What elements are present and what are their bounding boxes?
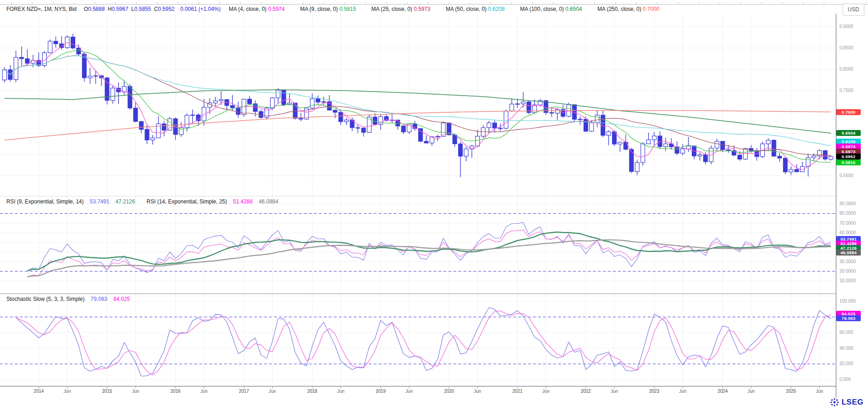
time-axis-label: Jun — [132, 389, 139, 394]
axis-tick-label: 60.000 — [839, 330, 854, 335]
axis-tick-label: 20.0000 — [839, 269, 856, 274]
time-axis-label: Jun — [63, 389, 71, 394]
ma-legend-item: MA (9, close, 0) 0.5815 — [300, 6, 356, 12]
time-axis-label: 2025 — [786, 389, 796, 394]
axis-tick-label: 100.000 — [839, 299, 856, 304]
time-axis-label: Jun — [747, 389, 755, 394]
ohlc-value: 0.5967 — [111, 6, 128, 12]
axis-tick-label: 20.000 — [839, 361, 854, 366]
time-axis-label: Jun — [200, 389, 207, 394]
axis-tick-label: 30.0000 — [839, 259, 856, 264]
lseg-logo-text: LSEG — [842, 398, 863, 407]
time-axis-label: Jun — [542, 389, 550, 394]
rsi-ma-value-1: 47.2126 — [116, 198, 135, 205]
stoch-title: Stochastic Slow (5, 3, 3, Simple) — [6, 296, 85, 302]
time-axis-label: 2020 — [444, 389, 454, 394]
ma-legend-item: MA (250, close, 0) 0.7000 — [598, 6, 660, 12]
axis-value-badge: 79.063 — [836, 315, 861, 321]
axis-value-badge: 46.0884 — [836, 250, 861, 256]
time-axis-label: 2017 — [239, 389, 249, 394]
lseg-crest-icon — [829, 397, 839, 407]
ohlc-value: 0.5855 — [135, 6, 151, 12]
time-axis-label: 2023 — [649, 389, 659, 394]
currency-selector[interactable]: USD — [843, 4, 864, 16]
ohlc-legend: O0.5888 H0.5967 L0.5855 C0.5952 0.0061 (… — [84, 6, 221, 12]
chart-application-window: FOREX NZD=, 1M, NYS, BidO0.5888 H0.5967 … — [0, 0, 868, 410]
time-axis-label: 2021 — [512, 389, 522, 394]
ohlc-value: 0.5888 — [88, 6, 105, 12]
ohlc-key: L — [131, 6, 135, 12]
rsi-legend: RSI (9, Exponential, Simple, 14) 53.7491… — [6, 198, 283, 205]
axis-tick-label: 70.0000 — [839, 221, 856, 226]
time-axis-label: Jun — [611, 389, 618, 394]
chart-legend-bar: FOREX NZD=, 1M, NYS, BidO0.5888 H0.5967 … — [6, 6, 667, 15]
time-axis-label: Jun — [269, 389, 276, 394]
stoch-k-value: 79.063 — [91, 296, 107, 302]
ma-legend: MA (4, close, 0) 0.5974MA (9, close, 0) … — [221, 6, 667, 12]
rsi-value-1: 53.7491 — [90, 198, 109, 205]
axis-tick-label: 60.0000 — [839, 230, 856, 235]
net-change: 0.0061 (+1.04%) — [180, 6, 221, 12]
time-axis-label: 2022 — [581, 389, 591, 394]
time-axis-label: 2018 — [307, 389, 317, 394]
axis-value-badge: 0.7000 — [836, 109, 861, 115]
symbol-label: FOREX NZD=, 1M, NYS, Bid — [6, 6, 77, 12]
ma-legend-item: MA (50, close, 0) 0.6208 — [446, 6, 505, 12]
rsi-title-2: RSI (14, Exponential, Simple, 25) — [147, 198, 227, 205]
ohlc-value: 0.5952 — [158, 6, 175, 12]
axis-tick-label: 0.7500 — [839, 88, 854, 93]
time-axis-label: Jun — [405, 389, 413, 394]
time-axis-label: Jun — [337, 389, 344, 394]
axis-tick-label: 10.0000 — [839, 278, 856, 283]
stoch-d-value: 84.025 — [113, 296, 130, 302]
time-axis-label: Jun — [474, 389, 481, 394]
rsi-value-2: 51.4288 — [233, 198, 252, 205]
axis-tick-label: 0.9000 — [839, 24, 854, 29]
time-axis-label: 2019 — [376, 389, 386, 394]
axis-tick-label: 80.0000 — [839, 211, 856, 216]
axis-tick-label: 0.8000 — [839, 67, 854, 72]
ma-legend-item: MA (4, close, 0) 0.5974 — [229, 6, 285, 12]
axis-tick-label: 0.5500 — [839, 173, 854, 178]
rsi-title-1: RSI (9, Exponential, Simple, 14) — [6, 198, 84, 205]
ma-legend-item: MA (100, close, 0) 0.6504 — [520, 6, 582, 12]
axis-tick-label: 0.8500 — [839, 45, 854, 50]
time-axis-label: 2024 — [718, 389, 728, 394]
ma-legend-item: MA (25, close, 0) 0.5973 — [371, 6, 430, 12]
axis-value-badge: 0.5952 — [836, 154, 861, 159]
axis-value-badge: 0.6504 — [836, 130, 861, 136]
stochastic-legend: Stochastic Slow (5, 3, 3, Simple) 79.063… — [6, 296, 135, 302]
time-axis-label: 2014 — [34, 389, 43, 394]
time-axis-label: Jun — [679, 389, 686, 394]
time-axis-label: 2015 — [102, 389, 112, 394]
ohlc-key: O — [84, 6, 88, 12]
axis-tick-label: 0.000 — [839, 377, 851, 382]
lseg-logo: LSEG — [829, 397, 863, 407]
rsi-ma-value-2: 46.0884 — [259, 198, 278, 205]
axis-tick-label: 40.000 — [839, 346, 854, 351]
axis-value-badge: 0.5815 — [836, 159, 861, 165]
time-axis-label: 2016 — [170, 389, 180, 394]
ohlc-key: C — [154, 6, 158, 12]
time-axis-label: Jun — [816, 389, 823, 394]
axis-tick-label: 90.0000 — [839, 201, 856, 206]
